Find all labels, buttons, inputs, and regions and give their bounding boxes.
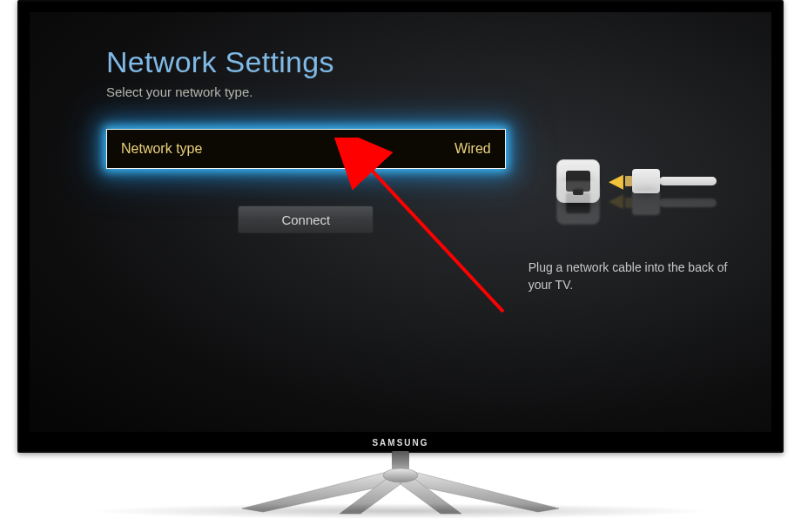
left-column: Network type Wired Connect [106, 129, 506, 233]
content-row: Network type Wired Connect ◀ [106, 129, 745, 293]
page-title: Network Settings [106, 45, 745, 79]
svg-point-4 [383, 468, 418, 482]
settings-screen: Network Settings Select your network typ… [30, 12, 771, 432]
page-subtitle: Select your network type. [106, 84, 745, 99]
cable-illustration: ◀ ◀ [528, 129, 745, 233]
brand-label: SAMSUNG [372, 438, 428, 448]
tv-shadow [87, 503, 714, 519]
network-type-value: Wired [454, 141, 491, 157]
network-type-selector[interactable]: Network type Wired [106, 129, 506, 169]
tv-screen: Network Settings Select your network typ… [30, 12, 771, 432]
network-type-label: Network type [121, 141, 202, 157]
connect-button[interactable]: Connect [238, 205, 374, 233]
connect-button-label: Connect [281, 212, 330, 227]
tv-frame: Network Settings Select your network typ… [17, 0, 784, 453]
right-column: ◀ ◀ Plug a networ [528, 129, 745, 293]
help-text: Plug a network cable into the back of yo… [528, 259, 745, 293]
